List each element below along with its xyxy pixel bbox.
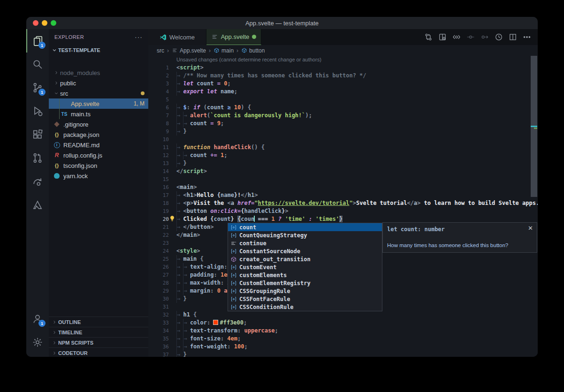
tree-item-label: .gitignore (63, 121, 88, 128)
section-outline[interactable]: OUTLINE (49, 317, 148, 327)
tree-folder-node-modules[interactable]: node_modules (49, 68, 148, 78)
title-bar[interactable]: App.svelte — test-template (26, 17, 538, 29)
line-number: 10 (148, 136, 169, 143)
tab-app-svelte[interactable]: App.svelte (206, 29, 261, 45)
code-line-17[interactable]: 17→<h1>Hello {name}!</h1> (148, 191, 538, 199)
tree-file-rollup-config-js[interactable]: Rrollup.config.js (49, 150, 148, 160)
open-changes-icon[interactable] (450, 31, 463, 43)
suggestion-label: ConstantSourceNode (239, 248, 300, 255)
line-number: 29 (148, 287, 169, 295)
code-line-5[interactable]: 5 (148, 96, 538, 104)
code-line-9[interactable]: 9→} (148, 128, 538, 136)
code-line-8[interactable]: 8→→count = 9; (148, 120, 538, 128)
suggestion-create_out_transition[interactable]: create_out_transition (228, 255, 382, 263)
tree-file-yarn-lock[interactable]: yarn.lock (49, 171, 148, 181)
code-line-7[interactable]: 7→→alert(`count is dangerously high!`); (148, 112, 538, 120)
code-line-11[interactable]: 11→function handleClick() { (148, 143, 538, 151)
breadcrumb-main[interactable]: main (213, 47, 234, 54)
intellisense-suggest-widget: countCountQueuingStrategycontinueConstan… (228, 223, 382, 311)
code-line-32[interactable]: 32→h1 { (148, 311, 538, 319)
suggestion-customevent[interactable]: CustomEvent (228, 263, 382, 271)
suggestion-cssfontfacerule[interactable]: CSSFontFaceRule (228, 295, 382, 303)
suggestion-countqueuingstrategy[interactable]: CountQueuingStrategy (228, 231, 382, 239)
more-actions-icon[interactable] (521, 31, 533, 43)
code-line-15[interactable]: 15 (148, 175, 538, 183)
chevron-right-icon (51, 339, 58, 347)
more-actions-icon[interactable]: ··· (135, 33, 143, 41)
code-line-37[interactable]: 37→} (148, 351, 538, 357)
activity-extensions-icon[interactable] (26, 123, 49, 146)
symbol-variable-icon (229, 272, 238, 279)
suggestion-cssconditionrule[interactable]: CSSConditionRule (228, 303, 382, 311)
code-line-4[interactable]: 4→export let name; (148, 88, 538, 96)
line-number: 37 (148, 351, 169, 357)
activity-live-share-icon[interactable] (26, 170, 49, 193)
line-number: 12 (148, 151, 169, 159)
breadcrumb-app-svelte[interactable]: App.svelte (172, 47, 206, 54)
color-swatch[interactable] (213, 320, 218, 324)
code-line-19[interactable]: 19→<button on:click={handleClick}> (148, 207, 538, 215)
tree-file-package-json[interactable]: {}package.json (49, 129, 148, 140)
activity-run-debug-icon[interactable] (26, 99, 49, 123)
tree-folder-public[interactable]: public (49, 78, 148, 88)
code-line-12[interactable]: 12→→count += 1; (148, 151, 538, 159)
file-history-icon[interactable] (493, 31, 505, 43)
line-number: 31 (148, 303, 169, 311)
tree-item-label: rollup.config.js (63, 152, 102, 159)
code-line-14[interactable]: 14</script> (148, 167, 538, 175)
suggestion-cssgroupingrule[interactable]: CSSGroupingRule (228, 287, 382, 295)
code-line-16[interactable]: 16<main> (148, 183, 538, 191)
activity-azure-icon[interactable] (26, 193, 49, 217)
chevron-down-icon (51, 46, 58, 54)
tree-file-app-svelte[interactable]: App.svelte1, M (49, 98, 148, 109)
activity-source-control-icon[interactable]: 1 (26, 76, 49, 99)
suggestion-count[interactable]: count (228, 223, 382, 231)
code-line-35[interactable]: 35→→font-size: 4em; (148, 335, 538, 343)
code-line-36[interactable]: 36→→font-weight: 100; (148, 343, 538, 351)
section-codetour[interactable]: CODETOUR (49, 347, 148, 357)
suggestion-constantsourcenode[interactable]: ConstantSourceNode (228, 247, 382, 255)
suggestion-label: CountQueuingStrategy (239, 232, 307, 239)
activity-settings-gear-icon[interactable] (26, 331, 49, 354)
activity-accounts-icon[interactable]: 1 (26, 307, 49, 331)
symbol-cube-icon (213, 47, 220, 53)
activity-github-pr-icon[interactable] (26, 146, 49, 170)
vscode-window: App.svelte — test-template 111 EXPLORER … (26, 17, 538, 357)
code-line-18[interactable]: 18→<p>Visit the <a href="https://svelte.… (148, 199, 538, 207)
code-editor[interactable]: Unsaved changes (cannot determine recent… (148, 56, 538, 357)
code-line-13[interactable]: 13→} (148, 159, 538, 167)
suggestion-customelements[interactable]: customElements (228, 271, 382, 279)
code-line-6[interactable]: 6→$: if (count ≥ 10) { (148, 104, 538, 112)
split-editor-icon[interactable] (507, 31, 519, 43)
symbol-variable-icon (229, 232, 238, 239)
line-number: 20 (148, 215, 169, 223)
breadcrumb-src[interactable]: src (157, 47, 164, 54)
code-line-10[interactable]: 10 (148, 136, 538, 143)
symbol-cube-icon (241, 47, 247, 53)
code-line-34[interactable]: 34→→text-transform: uppercase; (148, 327, 538, 335)
workspace-section-header[interactable]: TEST-TEMPLATE (49, 45, 148, 55)
tree-folder-src[interactable]: src (49, 88, 148, 98)
section-npm-scripts[interactable]: NPM SCRIPTS (49, 337, 148, 347)
code-line-33[interactable]: 33→→color: #ff3e00; (148, 319, 538, 327)
tree-file-readme-md[interactable]: iREADME.md (49, 140, 148, 150)
tab-welcome[interactable]: Welcome (148, 29, 206, 45)
open-preview-icon[interactable] (436, 31, 449, 43)
activity-badge: 1 (38, 320, 46, 327)
tree-file--gitignore[interactable]: .gitignore (49, 119, 148, 129)
activity-search-icon[interactable] (26, 53, 49, 76)
lightbulb-icon[interactable] (169, 215, 175, 223)
tree-file-main-ts[interactable]: TSmain.ts (49, 109, 148, 119)
code-line-1[interactable]: 1<script> (148, 64, 538, 72)
suggestion-customelementregistry[interactable]: CustomElementRegistry (228, 279, 382, 287)
tree-file-tsconfig-json[interactable]: {}tsconfig.json (49, 160, 148, 171)
code-line-3[interactable]: 3→let count = 0; (148, 80, 538, 88)
code-line-2[interactable]: 2→/** How many times has someone clicked… (148, 72, 538, 80)
activity-explorer-icon[interactable]: 1 (26, 29, 49, 53)
section-timeline[interactable]: TIMELINE (49, 327, 148, 337)
gitlens-compare-icon[interactable] (422, 31, 434, 43)
suggestion-continue[interactable]: continue (228, 239, 382, 247)
tab-bar: WelcomeApp.svelte (148, 29, 538, 45)
breadcrumb-button[interactable]: button (241, 47, 265, 54)
close-icon[interactable]: ✕ (528, 225, 533, 232)
